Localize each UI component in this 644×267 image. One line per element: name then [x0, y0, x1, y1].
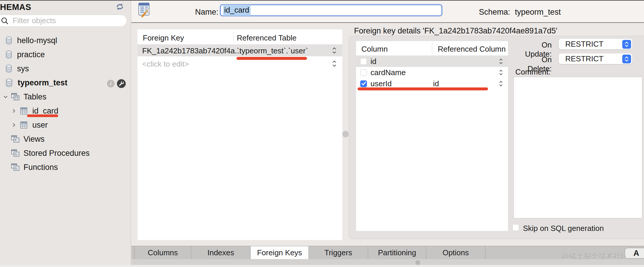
annotation-underline-referenced-table: [237, 57, 307, 60]
referenced-table-col-header: Referenced Table: [237, 33, 296, 43]
table-name-input[interactable]: id_card: [220, 4, 442, 16]
schemas-sidebar: HEMAS hello-mysql practice: [0, 1, 131, 265]
tree-item-user[interactable]: user: [0, 118, 131, 132]
schema-indicator: Schema: typeorm_test: [479, 8, 561, 17]
tree-item-stored-procedures[interactable]: Stored Procedures: [0, 146, 131, 160]
comment-label: Comment:: [515, 67, 551, 77]
referenced-column-header: Referenced Column: [438, 45, 506, 54]
referenced-column-value[interactable]: id: [433, 79, 439, 88]
on-delete-value: RESTRICT: [565, 54, 603, 63]
annotation-underline-userid: [358, 87, 488, 90]
tree-item-label: typeorm_test: [18, 78, 68, 87]
stepper-icon[interactable]: [332, 60, 337, 67]
column-row-id[interactable]: id: [356, 56, 508, 67]
header-divider: [356, 55, 508, 55]
chevron-down-icon[interactable]: [2, 94, 9, 99]
comment-textarea[interactable]: [514, 77, 642, 218]
filter-objects-box[interactable]: [0, 15, 127, 27]
chevron-right-icon[interactable]: [11, 108, 17, 114]
database-icon: [4, 36, 14, 45]
chevron-right-icon[interactable]: [11, 122, 17, 128]
foreign-key-list-panel: Foreign Key Referenced Table FK_1a242b17…: [137, 29, 342, 240]
tree-item-views[interactable]: Views: [0, 132, 131, 146]
table-icon: [19, 107, 28, 115]
tables-folder-icon: [11, 92, 20, 101]
stored-procedures-folder-icon: [11, 149, 20, 158]
database-icon: [4, 50, 14, 59]
column-row-cardname[interactable]: cardName: [356, 67, 508, 78]
views-folder-icon: [11, 135, 20, 143]
checkbox-unchecked[interactable]: [360, 69, 367, 76]
tab-columns[interactable]: Columns: [134, 246, 191, 259]
column-name: id: [370, 57, 376, 66]
tab-foreign-keys[interactable]: Foreign Keys: [251, 246, 309, 259]
fk-col-header: Foreign Key: [143, 33, 184, 43]
window-bottom-band: [0, 265, 644, 267]
schemas-panel-title: HEMAS: [0, 2, 31, 12]
table-editor-icon: [138, 2, 151, 19]
tree-item-hello-mysql[interactable]: hello-mysql: [0, 33, 131, 48]
tree-item-tables[interactable]: Tables: [0, 90, 131, 104]
database-icon: [4, 64, 14, 73]
tab-partitioning[interactable]: Partitioning: [368, 246, 426, 259]
checkbox-checked[interactable]: [360, 80, 367, 87]
column-divider: [432, 43, 432, 54]
tree-item-label: sys: [17, 64, 29, 73]
checkbox-unchecked[interactable]: [360, 58, 367, 65]
on-update-value: RESTRICT: [565, 40, 603, 49]
schema-info-icon[interactable]: i: [107, 80, 115, 87]
tree-item-label: user: [32, 121, 48, 130]
stepper-icon[interactable]: [499, 80, 503, 87]
schema-value: typeorm_test: [515, 8, 561, 17]
filter-objects-input[interactable]: [13, 16, 118, 25]
bottom-resize-handle[interactable]: [415, 260, 420, 265]
tree-item-sys[interactable]: sys: [0, 62, 131, 76]
tree-item-label: Functions: [24, 163, 58, 172]
click-to-edit-cell[interactable]: <click to edit>: [142, 60, 189, 69]
dropdown-stepper-icon: [622, 55, 631, 63]
fk-details-title: Foreign key details 'FK_1a242b1783ab7420…: [354, 26, 557, 36]
tree-item-label: Tables: [24, 92, 46, 102]
stepper-icon[interactable]: [332, 47, 337, 54]
stepper-icon[interactable]: [499, 69, 503, 76]
tree-item-id-card[interactable]: id_card: [0, 104, 131, 118]
table-icon: [19, 121, 28, 129]
column-name: userId: [370, 79, 392, 88]
functions-folder-icon: [11, 163, 20, 172]
refresh-schemas-icon[interactable]: [116, 3, 124, 11]
panel-splitter-handle[interactable]: [342, 131, 349, 137]
tab-indexes[interactable]: Indexes: [191, 246, 251, 259]
tree-item-label: hello-mysql: [17, 36, 57, 45]
skip-sql-label: Skip on SQL generation: [523, 224, 604, 233]
dropdown-stepper-icon: [622, 40, 631, 49]
database-icon: [4, 78, 14, 88]
selected-text: id_card: [223, 5, 251, 16]
tree-item-typeorm-test[interactable]: typeorm_test i: [0, 76, 131, 90]
fk-list-header-row: Foreign Key Referenced Table: [137, 29, 342, 45]
tree-item-label: Views: [24, 135, 45, 144]
fk-name-cell[interactable]: FK_1a242b1783ab7420f4a...: [142, 46, 241, 55]
on-update-dropdown[interactable]: RESTRICT: [559, 38, 633, 50]
search-icon: [1, 17, 9, 25]
tree-item-label: practice: [17, 50, 45, 59]
tree-item-label: id_card: [32, 107, 58, 116]
skip-sql-checkbox[interactable]: [512, 224, 519, 231]
annotation-underline-id-card: [27, 114, 58, 117]
schema-tools-icon[interactable]: [117, 79, 126, 88]
fk-columns-table: Column Referenced Column id cardName use…: [356, 41, 508, 231]
column-name: cardName: [370, 68, 406, 77]
tab-triggers[interactable]: Triggers: [309, 246, 368, 259]
fk-referenced-table-cell[interactable]: `typeorm_test`.`user`: [237, 46, 308, 55]
fk-row-selected[interactable]: FK_1a242b1783ab7420f4a... `typeorm_test`…: [137, 45, 342, 56]
stepper-icon[interactable]: [499, 58, 503, 65]
schema-label: Schema:: [479, 8, 510, 17]
tree-item-practice[interactable]: practice: [0, 48, 131, 62]
tab-options[interactable]: Options: [426, 246, 485, 259]
tree-item-label: Stored Procedures: [24, 149, 90, 158]
column-divider: [233, 31, 234, 43]
apply-button[interactable]: A: [625, 248, 644, 259]
column-header: Column: [361, 45, 388, 54]
tree-item-functions[interactable]: Functions: [0, 160, 131, 174]
name-label: Name:: [195, 8, 219, 17]
on-delete-dropdown[interactable]: RESTRICT: [559, 53, 633, 64]
